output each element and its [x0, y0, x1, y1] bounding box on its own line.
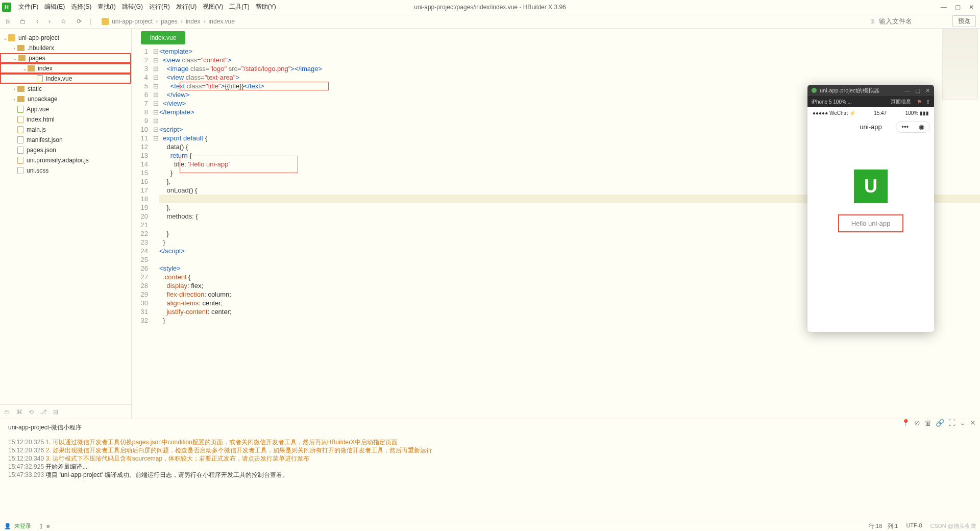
tree-item[interactable]: ›static: [0, 84, 131, 94]
clock: 15:47: [874, 110, 887, 116]
console-tab[interactable]: uni-app-project-微信小程序: [0, 419, 980, 436]
tree-item[interactable]: pages.json: [0, 145, 131, 155]
sim-page-info[interactable]: 页面信息: [891, 98, 911, 105]
menu-跳转(G)[interactable]: 跳转(G): [119, 3, 146, 11]
tree-label: uni.scss: [27, 167, 48, 174]
watermark: CSDN @猫头夜鹰: [930, 522, 976, 530]
login-status[interactable]: 未登录: [14, 522, 31, 530]
close-console-icon[interactable]: ✕: [970, 419, 976, 427]
down-icon[interactable]: ⌄: [960, 419, 966, 427]
minimap[interactable]: [942, 29, 978, 100]
menu-运行(R)[interactable]: 运行(R): [146, 3, 173, 11]
encoding[interactable]: UTF-8: [906, 522, 922, 530]
tree-item[interactable]: ›unpackage: [0, 94, 131, 104]
bug-icon[interactable]: ⚑: [917, 99, 922, 105]
share-icon[interactable]: ⇪: [926, 99, 930, 105]
star-icon[interactable]: ☆: [59, 17, 68, 26]
sim-min-icon[interactable]: —: [904, 87, 910, 94]
tree-root-label: uni-app-project: [18, 34, 59, 41]
hello-text: Hello uni-app: [838, 214, 904, 232]
forward-icon[interactable]: ›: [46, 17, 53, 26]
refresh-icon[interactable]: ⟳: [75, 17, 84, 26]
stop-icon[interactable]: ⊘: [914, 419, 920, 427]
file-icon: [17, 147, 23, 154]
tree-item[interactable]: main.js: [0, 125, 131, 135]
project-icon: [8, 34, 15, 41]
folder-icon: [17, 45, 24, 51]
bc-folder[interactable]: pages: [161, 18, 178, 25]
bc-project[interactable]: uni-app-project: [112, 18, 153, 25]
tree-item[interactable]: ⌄index: [0, 63, 131, 74]
window-title: uni-app-project/pages/index/index.vue - …: [414, 4, 566, 11]
tree-item[interactable]: App.vue: [0, 104, 131, 114]
capsule[interactable]: •••◉: [896, 121, 930, 133]
folder-icon: [17, 96, 24, 102]
git-icon[interactable]: ⎇: [40, 408, 47, 416]
menu-帮助(Y)[interactable]: 帮助(Y): [253, 3, 279, 11]
tree-item[interactable]: uni.scss: [0, 165, 131, 176]
tree-item[interactable]: ⌄pages: [0, 53, 131, 63]
user-icon[interactable]: 👤: [4, 523, 11, 529]
menu-发行(U)[interactable]: 发行(U): [173, 3, 200, 11]
menu-视图(V)[interactable]: 视图(V): [200, 3, 226, 11]
file-icon: [17, 136, 23, 143]
tree-label: pages: [29, 55, 45, 62]
folder-icon[interactable]: 🗀: [4, 408, 10, 416]
tree-label: index: [38, 65, 53, 72]
sim-close-icon[interactable]: ✕: [925, 87, 930, 94]
tree-item[interactable]: manifest.json: [0, 135, 131, 145]
menu-工具(T)[interactable]: 工具(T): [226, 3, 252, 11]
editor-tab[interactable]: index.vue: [141, 31, 185, 44]
bc-file[interactable]: index.vue: [209, 18, 235, 25]
tree-label: index.vue: [46, 75, 72, 82]
back-icon[interactable]: ‹: [34, 17, 40, 26]
tree-root[interactable]: ⌄ uni-app-project: [0, 33, 131, 43]
sim-title-text: uni-app-project的模拟器: [820, 87, 879, 94]
menu-选择(S)[interactable]: 选择(S): [68, 3, 94, 11]
tree-label: App.vue: [27, 106, 49, 113]
tree-label: manifest.json: [27, 136, 63, 143]
tree-item[interactable]: index.vue: [0, 74, 131, 84]
file-icon: [17, 126, 23, 133]
target-icon[interactable]: ◉: [914, 122, 929, 132]
menu-dots-icon[interactable]: •••: [896, 122, 914, 132]
app-logo: H: [2, 3, 11, 12]
new-file-icon[interactable]: ⎘: [4, 17, 12, 26]
maximize-icon[interactable]: ▢: [955, 4, 961, 11]
minimize-icon[interactable]: —: [941, 4, 947, 11]
breadcrumb: uni-app-project› pages› index› index.vue: [102, 18, 235, 25]
tree-item[interactable]: ›.hbuilderx: [0, 43, 131, 53]
bc-subfolder[interactable]: index: [186, 18, 201, 25]
folder-icon: [18, 55, 26, 61]
tree-item[interactable]: uni.promisify.adaptor.js: [0, 155, 131, 165]
pin-icon[interactable]: 📍: [901, 419, 910, 427]
tree-label: main.js: [27, 126, 46, 133]
tree-item[interactable]: index.html: [0, 114, 131, 125]
simulator-window[interactable]: uni-app-project的模拟器 —▢✕ iPhone 5 100% ..…: [807, 85, 934, 332]
battery: 100% ▮▮▮: [905, 110, 929, 116]
collapse-icon[interactable]: ⊟: [53, 408, 58, 416]
sim-max-icon[interactable]: ▢: [915, 87, 920, 94]
menu-查找(I)[interactable]: 查找(I): [94, 3, 118, 11]
phone-statusbar: ●●●●● WeChat ⚡ 15:47 100% ▮▮▮: [807, 107, 934, 118]
cursor-position: 行:18 列:1: [869, 522, 898, 530]
trash-icon[interactable]: 🗑: [924, 419, 932, 427]
close-icon[interactable]: ✕: [969, 4, 974, 11]
panel-icon[interactable]: ▯: [39, 523, 42, 529]
console-tools: 📍 ⊘ 🗑 🔗 ⛶ ⌄ ✕: [901, 419, 976, 427]
menu-文件(F)[interactable]: 文件(F): [15, 3, 41, 11]
phone-body: U Hello uni-app: [807, 135, 934, 332]
file-search-input[interactable]: [879, 17, 940, 25]
preview-button[interactable]: 预览: [952, 15, 976, 27]
save-icon[interactable]: 🗀: [18, 17, 28, 26]
menu-编辑(E)[interactable]: 编辑(E): [41, 3, 68, 11]
tree-label: uni.promisify.adaptor.js: [27, 157, 89, 164]
tree-label: index.html: [27, 116, 55, 123]
file-icon: [17, 106, 23, 113]
sim-device[interactable]: iPhone 5 100% ...: [812, 99, 852, 105]
terminal-icon[interactable]: ⌘: [16, 408, 22, 416]
expand-icon[interactable]: ⛶: [948, 419, 955, 427]
link-icon[interactable]: 🔗: [936, 419, 944, 427]
list-icon[interactable]: ≡: [46, 523, 50, 529]
sync-icon[interactable]: ⟲: [29, 408, 34, 416]
